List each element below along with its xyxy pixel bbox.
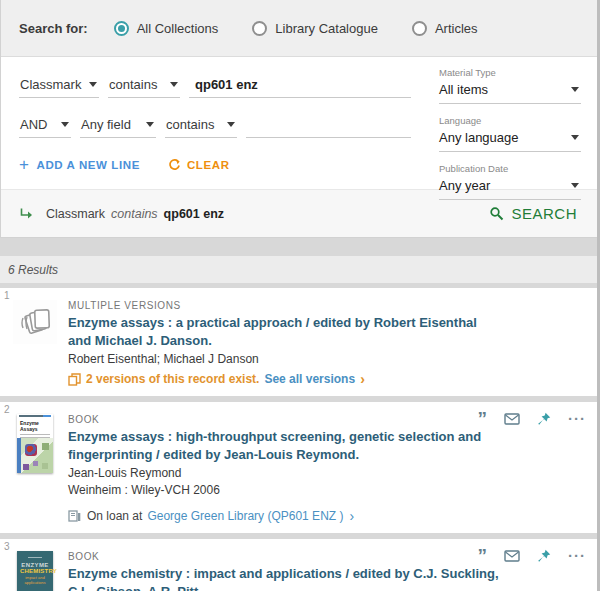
citation-icon[interactable]: ” xyxy=(478,413,488,425)
filter-value: Any year xyxy=(439,178,490,193)
reset-icon xyxy=(168,158,181,171)
clear-button[interactable]: CLEAR xyxy=(168,158,230,171)
pin-icon[interactable] xyxy=(537,412,551,426)
scope-label: Library Catalogue xyxy=(275,21,378,36)
pin-icon[interactable] xyxy=(537,549,551,563)
availability-status: On loan at xyxy=(87,509,142,523)
material-type-filter[interactable]: Material Type All items xyxy=(439,67,581,104)
chevron-down-icon xyxy=(571,135,579,140)
operator-select-1[interactable]: contains xyxy=(108,75,180,98)
cover-title: Enzyme Assays xyxy=(17,420,53,432)
filter-value: Any language xyxy=(439,130,519,145)
result-item-2: 2 Enzyme Assays BOOK Enzyme assays : hig… xyxy=(0,402,600,533)
stacked-pages-icon xyxy=(17,304,53,340)
summary-value: qp601 enz xyxy=(164,207,224,221)
summary-operator: contains xyxy=(111,207,158,221)
chevron-down-icon xyxy=(89,82,97,87)
filter-label: Publication Date xyxy=(439,163,581,174)
query-arrow-icon xyxy=(19,207,34,221)
cover-header-bar xyxy=(19,415,51,417)
radio-selected-icon xyxy=(114,21,129,36)
result-actions: ” ··· xyxy=(461,412,587,426)
scope-label: Articles xyxy=(435,21,478,36)
chevron-down-icon xyxy=(170,82,178,87)
field-select-value: Any field xyxy=(81,117,131,132)
result-authors: Jean-Louis Reymond xyxy=(68,466,500,480)
result-number: 3 xyxy=(4,541,10,552)
filter-label: Material Type xyxy=(439,67,581,78)
summary-field: Classmark xyxy=(46,207,105,221)
cover-subtitle: impact and applications xyxy=(20,575,50,585)
citation-icon[interactable]: ” xyxy=(478,550,488,562)
radio-unselected-icon xyxy=(252,21,267,36)
add-new-line-label: ADD A NEW LINE xyxy=(37,159,140,171)
result-item-3: 3 ENZYME CHEMISTRY impact and applicatio… xyxy=(0,539,600,591)
more-actions-icon[interactable]: ··· xyxy=(568,415,586,423)
operator-select-value: contains xyxy=(166,117,214,132)
versions-icon xyxy=(68,373,81,386)
operator-select-value: contains xyxy=(109,77,157,92)
chevron-down-icon xyxy=(571,87,579,92)
results-count-bar: 6 Results xyxy=(0,256,600,283)
email-icon[interactable] xyxy=(504,413,520,425)
result-title-link[interactable]: Enzyme assays : high-throughput screenin… xyxy=(68,428,500,463)
chevron-right-icon: › xyxy=(360,374,365,384)
cover-edition-line xyxy=(28,557,42,558)
holdings-icon xyxy=(68,510,81,522)
versions-exist-text: 2 versions of this record exist. xyxy=(86,372,259,386)
result-publisher: Weinheim : Wiley-VCH 2006 xyxy=(68,483,500,497)
multiple-versions-thumbnail[interactable] xyxy=(13,300,57,344)
result-type-label: BOOK xyxy=(68,414,500,425)
scope-all-collections[interactable]: All Collections xyxy=(114,21,219,36)
book-cover-thumbnail[interactable]: Enzyme Assays xyxy=(17,414,53,473)
boolean-select-value: AND xyxy=(20,117,47,132)
scope-label: All Collections xyxy=(137,21,219,36)
chevron-down-icon xyxy=(61,122,69,127)
email-icon[interactable] xyxy=(504,550,520,562)
clear-label: CLEAR xyxy=(187,159,230,171)
book-cover-thumbnail[interactable]: ENZYME CHEMISTRY impact and applications xyxy=(17,551,53,591)
plus-icon: + xyxy=(19,159,30,171)
result-number: 2 xyxy=(4,404,10,415)
search-form: Classmark contains qp601 enz AND Any fie… xyxy=(1,57,599,189)
boolean-select[interactable]: AND xyxy=(19,115,71,138)
cover-artwork xyxy=(17,438,53,473)
search-for-label: Search for: xyxy=(19,21,88,36)
chevron-down-icon xyxy=(571,183,579,188)
result-number: 1 xyxy=(4,290,10,301)
publication-date-filter[interactable]: Publication Date Any year xyxy=(439,163,581,200)
cover-title-line2: CHEMISTRY xyxy=(20,568,50,574)
results-count: 6 Results xyxy=(8,263,58,277)
result-authors: Robert Eisenthal; Michael J Danson xyxy=(68,352,500,366)
add-new-line-button[interactable]: + ADD A NEW LINE xyxy=(19,159,140,171)
field-select-value: Classmark xyxy=(20,77,81,92)
result-actions: ” ··· xyxy=(461,549,587,563)
availability-location-link[interactable]: George Green Library (QP601 ENZ ) xyxy=(147,509,343,523)
query-row-2: AND Any field contains xyxy=(19,115,411,138)
field-select-2[interactable]: Any field xyxy=(80,115,156,138)
result-title-link[interactable]: Enzyme chemistry : impact and applicatio… xyxy=(68,565,500,591)
operator-select-2[interactable]: contains xyxy=(165,115,237,138)
result-type-label: MULTIPLE VERSIONS xyxy=(68,300,500,311)
search-term-input-2[interactable] xyxy=(246,116,411,138)
query-row-1: Classmark contains qp601 enz xyxy=(19,75,411,98)
filter-value: All items xyxy=(439,82,488,97)
field-select-1[interactable]: Classmark xyxy=(19,75,99,98)
scope-library-catalogue[interactable]: Library Catalogue xyxy=(252,21,378,36)
scope-articles[interactable]: Articles xyxy=(412,21,478,36)
result-item-1: 1 MULTIPLE VERSIONS Enzyme assays : a pr… xyxy=(0,288,600,396)
filters-column: Material Type All items Language Any lan… xyxy=(439,67,581,211)
chevron-down-icon xyxy=(146,122,154,127)
result-title-link[interactable]: Enzyme assays : a practical approach / e… xyxy=(68,314,500,349)
search-scope-bar: Search for: All Collections Library Cata… xyxy=(1,0,599,57)
language-filter[interactable]: Language Any language xyxy=(439,115,581,152)
more-actions-icon[interactable]: ··· xyxy=(568,552,586,560)
advanced-search-panel: Search for: All Collections Library Cata… xyxy=(0,0,600,238)
search-term-value: qp601 enz xyxy=(195,77,258,92)
search-term-input-1[interactable]: qp601 enz xyxy=(189,75,411,98)
filter-label: Language xyxy=(439,115,581,126)
chevron-down-icon xyxy=(227,122,235,127)
result-type-label: BOOK xyxy=(68,551,500,562)
see-all-versions-link[interactable]: See all versions xyxy=(264,372,355,386)
chevron-right-icon: › xyxy=(349,511,354,521)
